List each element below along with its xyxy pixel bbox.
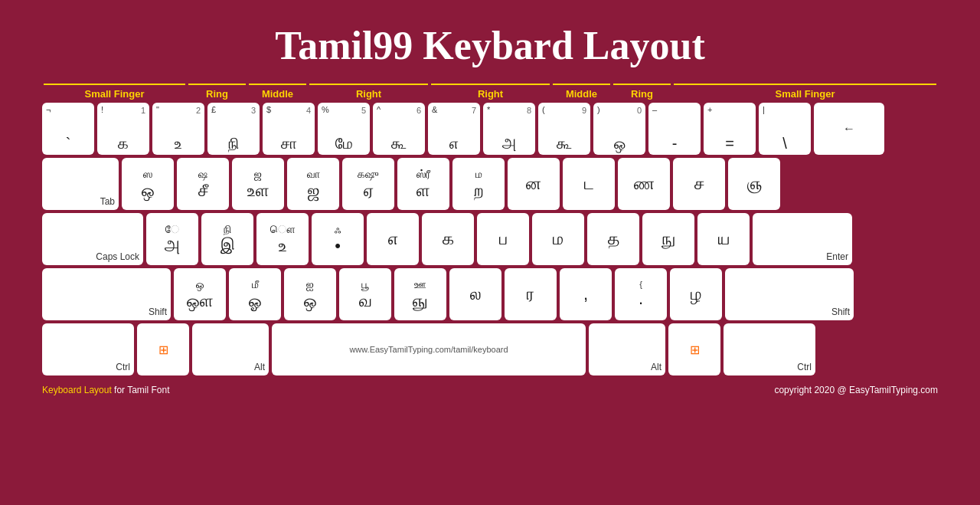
key-tamil-bot: நு <box>662 229 675 249</box>
key-number: 6 <box>416 106 421 115</box>
key-backspace[interactable]: ← <box>814 103 884 155</box>
key-y[interactable]: ஸ்ரீ ள <box>397 158 449 210</box>
key-symbol: % <box>322 106 329 114</box>
key-lalt[interactable]: Alt <box>192 323 269 375</box>
key-lwin[interactable]: ⊞ <box>137 323 189 375</box>
key-7[interactable]: & 7 எ <box>428 103 480 155</box>
key-tab[interactable]: Tab <box>42 158 119 210</box>
row-number: ¬ ` ! 1 க " 2 உ £ 3 நி $ <box>42 103 938 155</box>
key-2[interactable]: " 2 உ <box>152 103 204 155</box>
key-tamil: - <box>652 135 697 152</box>
key-minus[interactable]: – - <box>648 103 701 155</box>
key-symbol: ! <box>101 106 103 114</box>
key-symbol: $ <box>266 106 271 114</box>
key-1[interactable]: ! 1 க <box>97 103 149 155</box>
key-slash[interactable]: ழ <box>670 268 722 320</box>
key-s[interactable]: நி இ <box>201 213 253 265</box>
key-lbracket[interactable]: ச <box>673 158 725 210</box>
key-d[interactable]: ௌ உ <box>256 213 309 265</box>
key-enter[interactable]: Enter <box>753 213 852 265</box>
key-tamil-bot: ட <box>584 174 594 194</box>
key-lshift[interactable]: Shift <box>42 268 171 320</box>
key-q[interactable]: ஸ ஒ <box>122 158 174 210</box>
key-l[interactable]: த <box>587 213 639 265</box>
key-semicolon[interactable]: நு <box>642 213 694 265</box>
key-b[interactable]: ஊ ஞு <box>394 268 446 320</box>
key-k[interactable]: ம <box>532 213 584 265</box>
key-tamil-bot: ஏ <box>364 181 374 201</box>
key-rctrl[interactable]: Ctrl <box>724 323 815 375</box>
key-space[interactable]: www.EasyTamilTyping.com/tamil/keyboard <box>272 323 586 375</box>
key-e[interactable]: ஜ உள <box>232 158 284 210</box>
key-3[interactable]: £ 3 நி <box>207 103 260 155</box>
key-m[interactable]: ர <box>505 268 557 320</box>
key-4[interactable]: $ 4 சா <box>263 103 315 155</box>
key-tamil-top: ஷ <box>198 168 207 181</box>
key-5[interactable]: % 5 மே <box>318 103 370 155</box>
key-tamil: சா <box>266 135 311 152</box>
key-tamil-bot: த <box>608 229 619 249</box>
key-equal[interactable]: + = <box>704 103 756 155</box>
key-t[interactable]: கஷு ஏ <box>342 158 394 210</box>
footer-right: copyright 2020 @ EasyTamilTyping.com <box>774 385 938 395</box>
space-label: www.EasyTamilTyping.com/tamil/keyboard <box>276 345 582 354</box>
key-tamil-bot: ப <box>499 229 508 249</box>
key-capslock[interactable]: Caps Lock <box>42 213 143 265</box>
key-tamil-top: ம <box>475 168 482 181</box>
key-tamil-bot: ஒ <box>142 181 155 201</box>
key-tamil: \ <box>763 135 807 152</box>
key-tamil-top: ௌ <box>270 223 296 236</box>
key-tamil: ஒ <box>597 135 642 152</box>
key-0[interactable]: ) 0 ஒ <box>593 103 645 155</box>
key-r[interactable]: வா ஜ <box>287 158 339 210</box>
key-9[interactable]: ( 9 கூ <box>538 103 590 155</box>
key-tamil-bot: உள <box>247 181 270 201</box>
key-ralt[interactable]: Alt <box>589 323 665 375</box>
key-tamil-top: ஜ <box>254 168 262 181</box>
key-label: Shift <box>831 307 850 317</box>
key-c[interactable]: ஐ ஒ <box>284 268 336 320</box>
key-rshift[interactable]: Shift <box>725 268 854 320</box>
row-shift: Shift ஒ ஒள மீ ஓ ஐ ஒ பூ வ <box>42 268 938 320</box>
key-pipe[interactable]: | \ <box>759 103 811 155</box>
key-tamil-top: ஸ <box>143 168 152 181</box>
key-z[interactable]: ஒ ஒள <box>174 268 226 320</box>
key-i[interactable]: ன <box>508 158 560 210</box>
footer-keyboard-label: Keyboard Layout <box>42 385 112 395</box>
key-h[interactable]: க <box>422 213 474 265</box>
key-8[interactable]: * 8 அ <box>483 103 535 155</box>
key-period[interactable]: { . <box>615 268 667 320</box>
key-quote[interactable]: ய <box>697 213 750 265</box>
backspace-icon: ← <box>843 122 855 136</box>
key-f[interactable]: ஃ • <box>312 213 364 265</box>
key-6[interactable]: ^ 6 கூ <box>373 103 425 155</box>
key-rwin[interactable]: ⊞ <box>668 323 720 375</box>
key-j[interactable]: ப <box>477 213 529 265</box>
key-tamil-bot: ள <box>416 181 430 201</box>
key-o[interactable]: ட <box>563 158 615 210</box>
key-label: Alt <box>651 362 662 372</box>
key-backtick[interactable]: ¬ ` <box>42 103 94 155</box>
key-tamil-bot: ழ <box>691 284 701 304</box>
key-symbol: ¬ <box>46 106 51 114</box>
key-v[interactable]: பூ வ <box>339 268 391 320</box>
key-n[interactable]: ல <box>449 268 501 320</box>
key-tamil-bot: வ <box>359 291 372 311</box>
key-tamil-bot: இ <box>220 236 235 256</box>
finger-right-1: Right <box>309 84 428 100</box>
key-rbracket[interactable]: ஞ <box>728 158 780 210</box>
key-tamil-bot: ய <box>718 229 730 249</box>
windows-icon-right: ⊞ <box>690 343 700 357</box>
key-number: 1 <box>141 106 145 115</box>
key-tamil-bot: அ <box>165 236 180 256</box>
key-g[interactable]: எ <box>367 213 419 265</box>
key-tamil-top: பூ <box>361 278 369 291</box>
key-u[interactable]: ம ற <box>452 158 505 210</box>
key-tamil: எ <box>432 135 476 152</box>
key-x[interactable]: மீ ஓ <box>229 268 281 320</box>
key-lctrl[interactable]: Ctrl <box>42 323 134 375</box>
key-comma[interactable]: , <box>560 268 612 320</box>
key-a[interactable]: ே அ <box>146 213 198 265</box>
key-w[interactable]: ஷ சீ <box>177 158 229 210</box>
key-p[interactable]: ண <box>618 158 670 210</box>
